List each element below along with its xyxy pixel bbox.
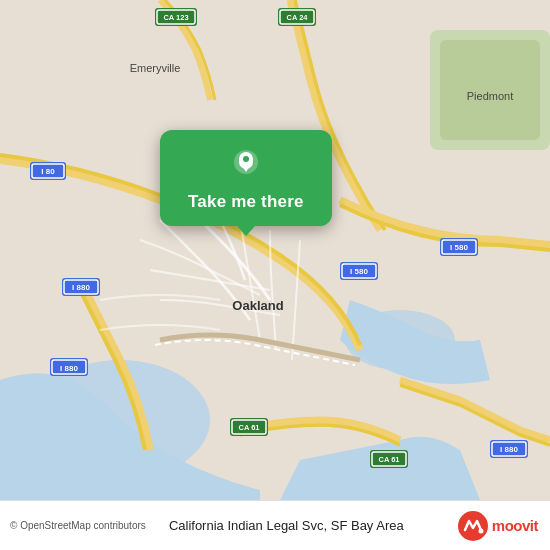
svg-text:I 580: I 580 [450, 243, 468, 252]
svg-text:Oakland: Oakland [232, 298, 283, 313]
navigation-popup[interactable]: Take me there [160, 130, 332, 226]
svg-text:CA 24: CA 24 [287, 13, 309, 22]
take-me-there-button[interactable]: Take me there [160, 130, 332, 226]
svg-text:CA 61: CA 61 [379, 455, 400, 464]
svg-text:CA 61: CA 61 [239, 423, 260, 432]
moovit-icon [457, 510, 489, 542]
svg-text:I 880: I 880 [500, 445, 518, 454]
moovit-logo: moovit [457, 510, 538, 542]
svg-point-41 [243, 156, 249, 162]
place-name: California Indian Legal Svc, SF Bay Area [116, 518, 457, 533]
moovit-text: moovit [492, 517, 538, 534]
svg-text:Emeryville: Emeryville [130, 62, 181, 74]
svg-point-43 [478, 528, 483, 533]
map-container[interactable]: I 80 I 880 I 880 CA 24 CA 123 I 580 I 58… [0, 0, 550, 500]
svg-text:I 880: I 880 [72, 283, 90, 292]
svg-text:I 880: I 880 [60, 364, 78, 373]
bottom-bar: © OpenStreetMap contributors California … [0, 500, 550, 550]
svg-text:I 80: I 80 [41, 167, 55, 176]
svg-text:CA 123: CA 123 [163, 13, 188, 22]
location-pin-icon [228, 148, 264, 184]
take-me-there-label: Take me there [188, 192, 304, 212]
svg-text:I 580: I 580 [350, 267, 368, 276]
svg-text:Piedmont: Piedmont [467, 90, 513, 102]
map-background: I 80 I 880 I 880 CA 24 CA 123 I 580 I 58… [0, 0, 550, 500]
